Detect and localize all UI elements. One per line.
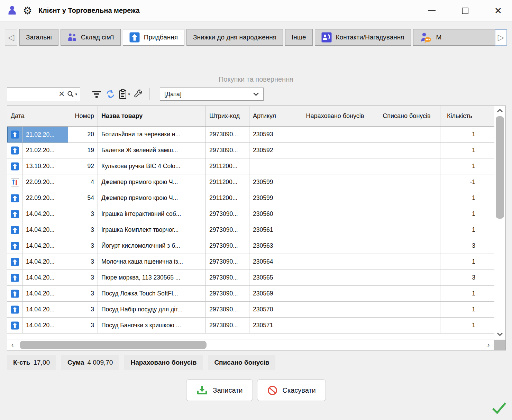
cell-accrued-bonuses[interactable] (297, 158, 373, 174)
column-header-quantity[interactable]: Кількість (440, 106, 479, 126)
cell-written-off-bonuses[interactable] (373, 270, 440, 286)
horizontal-scrollbar-thumb[interactable] (20, 341, 207, 349)
column-header-written-off-bonuses[interactable]: Списано бонусів (373, 106, 440, 126)
cell-quantity[interactable]: 3 (440, 238, 479, 254)
cell-written-off-bonuses[interactable] (373, 158, 440, 174)
cell-number[interactable]: 3 (68, 302, 98, 318)
cell-accrued-bonuses[interactable] (297, 174, 373, 190)
cell-written-off-bonuses[interactable] (373, 127, 440, 143)
cell-accrued-bonuses[interactable] (297, 270, 373, 286)
cell-barcode[interactable]: 2973090... (206, 254, 249, 270)
column-header-number[interactable]: Номер (68, 106, 98, 126)
cell-date[interactable]: 14.04.20... (22, 302, 68, 318)
date-filter-dropdown[interactable]: [Дата] (160, 88, 264, 101)
cell-quantity[interactable]: 1 (440, 206, 479, 222)
tab-purchases[interactable]: Придбання (123, 29, 184, 46)
tab-general[interactable]: Загальні (19, 29, 58, 46)
tab-contacts[interactable]: Контакти/Нагадування (315, 29, 411, 46)
cell-written-off-bonuses[interactable] (373, 302, 440, 318)
table-row[interactable]: 14.04.20... 3 Посуд Набір посуду для діт… (7, 302, 494, 318)
cell-quantity[interactable]: 1 (440, 254, 479, 270)
column-header-date[interactable]: Дата (7, 106, 68, 126)
cell-written-off-bonuses[interactable] (373, 238, 440, 254)
cell-date[interactable]: 14.04.20... (22, 318, 68, 334)
settings-button[interactable] (131, 87, 145, 101)
cell-quantity[interactable]: 1 (440, 318, 479, 334)
cell-name[interactable]: Джемпер прямого крою Ч... (98, 174, 206, 190)
cell-accrued-bonuses[interactable] (297, 286, 373, 302)
cell-accrued-bonuses[interactable] (297, 143, 373, 158)
clear-search-icon[interactable]: ✕ (56, 90, 67, 98)
cell-date[interactable]: 14.04.20... (22, 238, 68, 254)
cell-article[interactable] (249, 158, 297, 174)
cell-number[interactable]: 3 (68, 286, 98, 302)
report-button[interactable]: ▾ (117, 87, 131, 101)
close-button[interactable]: ✕ (491, 3, 506, 18)
cell-name[interactable]: Балетки Ж зелений замш... (98, 143, 206, 158)
table-row[interactable]: 21.02.20... 19 Балетки Ж зелений замш...… (7, 143, 494, 158)
column-header-article[interactable]: Артикул (249, 106, 297, 126)
table-row[interactable]: 14.04.20... 3 Іграшка інтерактивний соб.… (7, 206, 494, 222)
tabs-scroll-right-button[interactable]: ▷ (495, 29, 507, 46)
table-row[interactable]: 13.10.20... 92 Кулькова ручка BIC 4 Colo… (7, 158, 494, 174)
cell-barcode[interactable]: 2973090... (206, 286, 249, 302)
cell-date[interactable]: 13.10.20... (22, 158, 68, 174)
cell-quantity[interactable]: 1 (440, 302, 479, 318)
cell-barcode[interactable]: 2911200... (206, 190, 249, 206)
refresh-button[interactable] (103, 87, 117, 101)
cell-number[interactable]: 54 (68, 190, 98, 206)
cell-quantity[interactable]: -1 (440, 174, 479, 190)
cell-written-off-bonuses[interactable] (373, 174, 440, 190)
table-row[interactable]: 14.04.20... 3 Іграшка Комплект творчог..… (7, 222, 494, 238)
cell-article[interactable]: 230565 (249, 270, 297, 286)
cell-date[interactable]: 14.04.20... (22, 270, 68, 286)
cell-accrued-bonuses[interactable] (297, 127, 373, 143)
cell-name[interactable]: Посуд Ложка Touch SoftFl... (98, 286, 206, 302)
cell-article[interactable]: 230571 (249, 318, 297, 334)
cell-article[interactable]: 230561 (249, 222, 297, 238)
cell-article[interactable]: 230560 (249, 206, 297, 222)
cell-name[interactable]: Ботильйони та черевики н... (98, 127, 206, 143)
cell-quantity[interactable]: 1 (440, 158, 479, 174)
table-row[interactable]: 14.04.20... 3 Посуд Ложка Touch SoftFl..… (7, 286, 494, 302)
cell-accrued-bonuses[interactable] (297, 254, 373, 270)
scroll-up-button[interactable] (494, 106, 505, 116)
cell-written-off-bonuses[interactable] (373, 254, 440, 270)
scroll-right-button[interactable]: › (483, 339, 494, 350)
cell-accrued-bonuses[interactable] (297, 222, 373, 238)
cell-barcode[interactable]: 2973090... (206, 270, 249, 286)
cell-article[interactable]: 230570 (249, 302, 297, 318)
cell-date[interactable]: 22.09.20... (22, 190, 68, 206)
cell-quantity[interactable]: 1 (440, 127, 479, 143)
cell-number[interactable]: 20 (68, 127, 98, 143)
column-header-barcode[interactable]: Штрих-код (206, 106, 249, 126)
scroll-down-button[interactable] (494, 329, 505, 339)
cell-date[interactable]: 21.02.20... (22, 127, 68, 143)
save-button[interactable]: Записати (186, 380, 253, 401)
cell-written-off-bonuses[interactable] (373, 143, 440, 158)
cell-number[interactable]: 3 (68, 254, 98, 270)
column-header-accrued-bonuses[interactable]: Нараховано бонусів (297, 106, 373, 126)
cell-quantity[interactable]: 1 (440, 143, 479, 158)
cell-written-off-bonuses[interactable] (373, 190, 440, 206)
tab-birthday-discounts[interactable]: Знижки до дня народження (186, 29, 283, 46)
cell-name[interactable]: Іграшка інтерактивний соб... (98, 206, 206, 222)
confirm-check-button[interactable] (491, 401, 507, 417)
cell-name[interactable]: Джемпер прямого крою Ч... (98, 190, 206, 206)
cell-written-off-bonuses[interactable] (373, 222, 440, 238)
cell-written-off-bonuses[interactable] (373, 286, 440, 302)
cell-number[interactable]: 19 (68, 143, 98, 158)
cell-name[interactable]: Посуд Набір посуду для діт... (98, 302, 206, 318)
cell-number[interactable]: 3 (68, 222, 98, 238)
cell-barcode[interactable]: 2911200... (206, 174, 249, 190)
cell-number[interactable]: 3 (68, 238, 98, 254)
cell-quantity[interactable]: 3 (440, 270, 479, 286)
cell-written-off-bonuses[interactable] (373, 206, 440, 222)
cell-accrued-bonuses[interactable] (297, 302, 373, 318)
cell-name[interactable]: Іграшка Комплект творчог... (98, 222, 206, 238)
cell-barcode[interactable]: 2973090... (206, 127, 249, 143)
cell-number[interactable]: 92 (68, 158, 98, 174)
cell-number[interactable]: 3 (68, 270, 98, 286)
table-row[interactable]: 14.04.20... 3 Йогурт кисломолочний з б..… (7, 238, 494, 254)
tab-other[interactable]: Інше (285, 29, 313, 46)
